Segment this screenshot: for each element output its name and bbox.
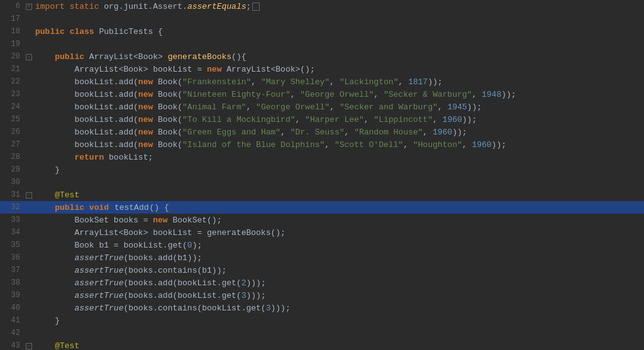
line-content: Book b1 = bookList.get(0);	[33, 241, 644, 250]
line-number: 41	[0, 316, 25, 325]
table-row: 33 BookSet books = new BookSet();	[0, 214, 644, 226]
table-row: 36 assertTrue(books.add(b1));	[0, 251, 644, 264]
table-row: 37 assertTrue(books.contains(b1));	[0, 264, 644, 276]
line-content: assertTrue(books.add(b1));	[33, 253, 644, 263]
table-row: 43- @Test	[0, 339, 644, 350]
table-row: 31- @Test	[0, 189, 644, 201]
table-row: 6+import static org.junit.Assert.assertE…	[0, 0, 644, 13]
table-row: 39 assertTrue(books.add(bookList.get(3))…	[0, 289, 644, 302]
line-content: ArrayList<Book> bookList = generateBooks…	[33, 228, 644, 238]
table-row: 24 bookList.add(new Book("Animal Farm", …	[0, 101, 644, 113]
line-content: public class PublicTests {	[33, 27, 644, 36]
line-content: bookList.add(new Book("To Kill a Mocking…	[33, 115, 644, 124]
line-number: 21	[0, 65, 25, 74]
line-number: 25	[0, 115, 25, 124]
line-content: }	[33, 165, 644, 175]
line-content: bookList.add(new Book("Island of the Blu…	[33, 140, 644, 150]
table-row: 18public class PublicTests {	[0, 25, 644, 38]
line-number: 28	[0, 153, 25, 161]
line-content: @Test	[33, 341, 644, 351]
line-number: 20	[0, 52, 25, 61]
fold-marker[interactable]: -	[25, 191, 33, 199]
line-number: 35	[0, 241, 25, 249]
line-content: @Test	[33, 190, 644, 200]
line-number: 22	[0, 77, 25, 86]
line-content: bookList.add(new Book("Nineteen Eighty-F…	[33, 90, 644, 99]
line-number: 26	[0, 128, 25, 136]
line-number: 36	[0, 253, 25, 262]
line-content: assertTrue(books.contains(b1));	[33, 266, 644, 275]
line-content: assertTrue(books.contains(bookList.get(3…	[33, 304, 644, 313]
code-editor: 6+import static org.junit.Assert.assertE…	[0, 0, 644, 350]
table-row: 28 return bookList;	[0, 151, 644, 163]
line-number: 43	[0, 341, 25, 350]
line-content: public void testAdd() {	[33, 203, 644, 212]
line-number: 29	[0, 165, 25, 174]
table-row: 41 }	[0, 314, 644, 327]
fold-marker[interactable]: +	[25, 3, 33, 10]
line-content: assertTrue(books.add(bookList.get(2)));	[33, 278, 644, 288]
line-number: 37	[0, 266, 25, 275]
line-number: 34	[0, 228, 25, 237]
line-number: 39	[0, 291, 25, 300]
line-content: bookList.add(new Book("Frankenstein", "M…	[33, 77, 644, 87]
line-content: bookList.add(new Book("Animal Farm", "Ge…	[33, 102, 644, 112]
table-row: 35 Book b1 = bookList.get(0);	[0, 239, 644, 251]
line-number: 6	[0, 2, 25, 11]
line-content: BookSet books = new BookSet();	[33, 216, 644, 225]
table-row: 23 bookList.add(new Book("Nineteen Eight…	[0, 88, 644, 101]
table-row: 22 bookList.add(new Book("Frankenstein",…	[0, 75, 644, 88]
line-number: 40	[0, 304, 25, 312]
table-row: 38 assertTrue(books.add(bookList.get(2))…	[0, 276, 644, 289]
line-content: import static org.junit.Assert.assertEqu…	[33, 2, 644, 11]
fold-marker[interactable]: -	[25, 53, 33, 60]
table-row: 32 public void testAdd() {	[0, 201, 644, 214]
table-row: 27 bookList.add(new Book("Island of the …	[0, 138, 644, 151]
table-row: 42	[0, 327, 644, 339]
table-row: 29 }	[0, 163, 644, 176]
table-row: 19	[0, 38, 644, 50]
table-row: 30	[0, 176, 644, 189]
line-content: }	[33, 316, 644, 325]
line-number: 18	[0, 27, 25, 36]
table-row: 17	[0, 13, 644, 25]
line-number: 38	[0, 278, 25, 287]
line-number: 17	[0, 14, 25, 23]
table-row: 40 assertTrue(books.contains(bookList.ge…	[0, 302, 644, 314]
line-number: 23	[0, 90, 25, 99]
line-content: assertTrue(books.add(bookList.get(3)));	[33, 291, 644, 300]
table-row: 20- public ArrayList<Book> generateBooks…	[0, 50, 644, 63]
line-number: 27	[0, 140, 25, 149]
line-content: public ArrayList<Book> generateBooks(){	[33, 52, 644, 62]
line-content: bookList.add(new Book("Green Eggs and Ha…	[33, 128, 644, 137]
line-number: 30	[0, 178, 25, 187]
table-row: 34 ArrayList<Book> bookList = generateBo…	[0, 226, 644, 239]
line-number: 32	[0, 203, 25, 212]
line-number: 31	[0, 190, 25, 199]
table-row: 26 bookList.add(new Book("Green Eggs and…	[0, 126, 644, 138]
line-number: 42	[0, 329, 25, 337]
line-content: return bookList;	[33, 153, 644, 162]
table-row: 21 ArrayList<Book> bookList = new ArrayL…	[0, 63, 644, 75]
fold-marker[interactable]: -	[25, 342, 33, 349]
line-number: 33	[0, 216, 25, 224]
table-row: 25 bookList.add(new Book("To Kill a Mock…	[0, 113, 644, 126]
line-number: 24	[0, 102, 25, 111]
line-number: 19	[0, 40, 25, 48]
line-content: ArrayList<Book> bookList = new ArrayList…	[33, 65, 644, 74]
